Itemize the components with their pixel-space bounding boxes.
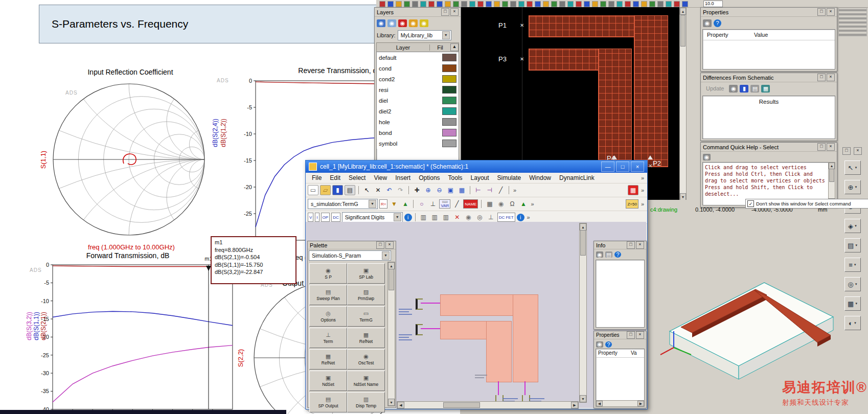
toolbar-icon[interactable] bbox=[486, 1, 492, 7]
current-probe-icon[interactable]: I bbox=[315, 213, 319, 222]
menu-tools[interactable]: Tools bbox=[444, 174, 467, 181]
layer-fill-swatch[interactable] bbox=[442, 86, 456, 94]
print-icon[interactable]: ▤ bbox=[750, 85, 759, 93]
palette-item-disp-temp[interactable]: ▥Disp Temp bbox=[347, 392, 385, 412]
palette-item-sp-lab[interactable]: ▣SP Lab bbox=[347, 263, 385, 284]
minimize-icon[interactable]: — bbox=[601, 162, 614, 172]
menu-edit[interactable]: Edit bbox=[326, 174, 345, 181]
float-icon[interactable]: □ bbox=[376, 241, 384, 249]
palette-item-s-p[interactable]: ◉S P bbox=[309, 263, 347, 284]
float-icon[interactable]: □ bbox=[627, 241, 635, 249]
term-component[interactable] bbox=[416, 324, 423, 335]
toolbar-icon[interactable] bbox=[559, 1, 565, 7]
close-icon[interactable]: × bbox=[827, 74, 835, 81]
print-icon[interactable]: ▤ bbox=[605, 251, 612, 258]
toolbar-overflow-icon[interactable]: » bbox=[526, 214, 531, 220]
close-icon[interactable]: × bbox=[631, 162, 644, 172]
gear-icon[interactable]: ◉ bbox=[596, 341, 603, 348]
layer-fill-swatch[interactable] bbox=[442, 54, 456, 61]
toolbar-icon[interactable] bbox=[535, 1, 541, 7]
toolbar-overflow-icon[interactable]: » bbox=[640, 187, 645, 193]
canvas-vscrollbar[interactable]: ▲ ▼ bbox=[579, 223, 587, 403]
layer-row-diel2[interactable]: diel2 bbox=[377, 106, 459, 117]
menu-overflow-icon[interactable]: » bbox=[640, 175, 645, 181]
toolbar-icon[interactable] bbox=[396, 1, 402, 7]
ground2-icon[interactable]: ⊥ bbox=[486, 213, 496, 222]
component-select[interactable]: s_simulation:TermG▼ bbox=[308, 199, 378, 209]
import-icon[interactable]: ▼ bbox=[389, 199, 399, 209]
toolbar-icon[interactable] bbox=[551, 1, 557, 7]
layers-title-bar[interactable]: Layers □ × bbox=[375, 8, 461, 17]
hide-icon[interactable]: ◉ bbox=[398, 19, 407, 27]
toolbar-icon[interactable] bbox=[625, 1, 631, 7]
wire-label-icon[interactable]: ╱ bbox=[452, 199, 462, 209]
toolbar-icon[interactable] bbox=[592, 1, 598, 7]
menu-window[interactable]: Window bbox=[525, 174, 555, 181]
pin-right-icon[interactable]: ⊣ bbox=[485, 186, 494, 195]
redo-icon[interactable]: ↷ bbox=[396, 186, 405, 195]
menu-view[interactable]: View bbox=[370, 174, 391, 181]
toolbar-icon[interactable] bbox=[649, 1, 655, 7]
marker-info-box[interactable]: m1 freq=8.800GHz dB(S(2,1))=-0.504 dB(S(… bbox=[211, 236, 296, 284]
toolbar-icon[interactable] bbox=[518, 1, 524, 7]
layer-row-default[interactable]: default bbox=[377, 52, 459, 63]
visibility-icon[interactable]: ◉ bbox=[387, 19, 396, 27]
contrast-icon[interactable]: ◐▼ bbox=[844, 316, 861, 330]
palette-item-ndset[interactable]: ▣NdSet bbox=[309, 371, 347, 391]
menu-file[interactable]: File bbox=[308, 174, 326, 181]
palette-item-ndset-name[interactable]: ▣NdSet Name bbox=[347, 371, 385, 391]
inductor-icon[interactable]: Ω bbox=[507, 199, 517, 209]
close-icon[interactable]: × bbox=[827, 143, 835, 151]
toolbar-icon[interactable] bbox=[674, 1, 680, 7]
pin-left-icon[interactable]: ⊢ bbox=[473, 186, 483, 195]
dont-show-checkbox-strip[interactable]: ✓ Don't show this window for Select comm… bbox=[745, 199, 868, 209]
scroll-up-icon[interactable]: ▲ bbox=[450, 43, 459, 51]
palette-item-sp-output[interactable]: ▤SP Output bbox=[309, 392, 347, 412]
menu-select[interactable]: Select bbox=[345, 174, 370, 181]
dc-annotation-icon[interactable]: DC bbox=[331, 213, 340, 222]
palette-item-termg[interactable]: ▭TermG bbox=[347, 306, 385, 327]
palette-category-select[interactable]: Simulation-S_Param ▼ bbox=[309, 250, 391, 261]
open-folder-icon[interactable]: ▱ bbox=[320, 185, 331, 195]
update-button[interactable]: Update bbox=[703, 85, 727, 91]
toolbar-overflow-icon[interactable]: » bbox=[512, 187, 517, 193]
toolbar-icon[interactable] bbox=[666, 1, 672, 7]
gears-icon[interactable]: ◉ bbox=[496, 199, 506, 209]
pan-icon[interactable]: ✚ bbox=[412, 186, 422, 195]
new-file-icon[interactable]: ▭ bbox=[308, 185, 318, 195]
palette-vscrollbar[interactable]: ▲ ▼ bbox=[387, 262, 395, 406]
close-icon[interactable]: × bbox=[636, 331, 644, 339]
layer-row-hole[interactable]: hole bbox=[377, 117, 459, 127]
toolbar-icon[interactable] bbox=[420, 1, 426, 7]
layer-fill-swatch[interactable] bbox=[442, 140, 456, 147]
simulate-icon[interactable]: ▦ bbox=[628, 185, 638, 195]
gear-icon[interactable]: ◉ bbox=[729, 85, 738, 93]
toolbar-icon[interactable] bbox=[428, 1, 435, 7]
dc-fet-icon[interactable]: DC FET bbox=[497, 213, 515, 222]
fill-column-header[interactable]: Fil bbox=[430, 44, 450, 51]
menu-simulate[interactable]: Simulate bbox=[493, 174, 526, 181]
grid-view-icon[interactable]: ▦▼ bbox=[844, 296, 861, 311]
toolbar-icon[interactable] bbox=[379, 1, 385, 7]
toolbar-overflow-icon[interactable]: » bbox=[640, 201, 645, 207]
settings-icon[interactable]: ◉ bbox=[377, 19, 385, 27]
view-3d-cube-icon[interactable]: ◈▼ bbox=[844, 219, 861, 233]
toolbar-overflow-icon[interactable]: » bbox=[530, 201, 535, 207]
toolbar-icon[interactable] bbox=[527, 1, 533, 7]
port-marker[interactable]: ✕ bbox=[648, 163, 652, 169]
toolbar-icon[interactable] bbox=[510, 1, 516, 7]
toolbar-icon[interactable] bbox=[657, 1, 664, 7]
z50-icon[interactable]: Z=50 bbox=[626, 199, 638, 209]
toolbar-icon[interactable] bbox=[469, 1, 475, 7]
float-icon[interactable]: □ bbox=[441, 8, 449, 16]
palette-item-refnet[interactable]: ▦RefNet bbox=[309, 349, 347, 370]
scale-field[interactable]: 10.0 bbox=[703, 1, 723, 7]
toolbar-icon[interactable] bbox=[616, 1, 623, 7]
toolbar-icon[interactable] bbox=[543, 1, 549, 7]
port-marker[interactable]: ✕ bbox=[520, 56, 524, 62]
layer-row-diel[interactable]: diel bbox=[377, 95, 459, 106]
var-icon[interactable]: 0110VAR bbox=[439, 199, 450, 209]
toolbar-icon[interactable] bbox=[600, 1, 606, 7]
gear-icon[interactable]: ◉ bbox=[596, 251, 603, 258]
gear-icon[interactable]: ◉ bbox=[703, 19, 712, 27]
